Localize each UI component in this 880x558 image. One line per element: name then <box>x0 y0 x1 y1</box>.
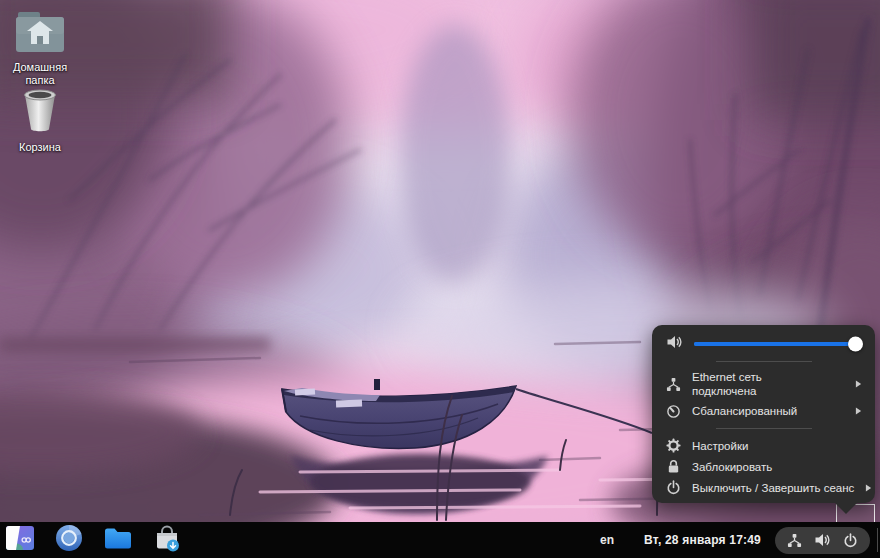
quick-settings-menu: Ethernet сеть подключена Сбалансированны… <box>652 325 875 503</box>
power-profile-icon <box>665 404 681 419</box>
menu-item-label: Ethernet сеть подключена <box>692 370 810 398</box>
volume-slider-thumb[interactable] <box>848 337 863 352</box>
volume-slider-fill <box>694 342 861 346</box>
blue-folder-icon <box>104 527 132 553</box>
app-launcher-button[interactable] <box>5 525 35 555</box>
volume-row <box>652 333 875 355</box>
speaker-icon <box>666 334 683 354</box>
panel-edge-divider <box>877 528 878 552</box>
taskbar: en Вт, 28 января 17:49 <box>0 522 880 558</box>
desktop-icon-label: Домашняя папка <box>0 61 80 87</box>
menu-item-ethernet[interactable]: Ethernet сеть подключена <box>652 368 875 400</box>
menu-item-label: Настройки <box>692 439 748 453</box>
chromium-icon <box>55 524 83 556</box>
menu-item-label: Заблокировать <box>692 460 772 474</box>
software-center-button[interactable] <box>152 525 182 555</box>
gear-icon <box>665 438 681 453</box>
menu-item-power-profile[interactable]: Сбалансированный <box>652 400 875 422</box>
chromium-browser-button[interactable] <box>54 525 84 555</box>
desktop-icon-home-folder[interactable]: Домашняя папка <box>0 10 80 87</box>
speaker-icon[interactable] <box>814 532 831 548</box>
power-icon[interactable] <box>843 533 858 548</box>
submenu-arrow-icon <box>855 379 862 389</box>
home-folder-icon <box>14 10 66 58</box>
launcher-logo-icon <box>6 526 34 554</box>
power-icon <box>665 480 681 495</box>
taskbar-apps <box>0 525 182 555</box>
submenu-arrow-icon <box>855 406 862 416</box>
menu-item-label: Сбалансированный <box>692 404 797 418</box>
menu-divider <box>716 428 812 429</box>
menu-divider <box>716 361 812 362</box>
language-indicator[interactable]: en <box>600 533 614 547</box>
desktop-screen: Домашняя папка Корзина <box>0 0 880 558</box>
menu-pointer-tail <box>835 503 857 514</box>
menu-item-settings[interactable]: Настройки <box>652 435 875 456</box>
file-manager-button[interactable] <box>103 525 133 555</box>
lock-icon <box>665 459 681 474</box>
submenu-arrow-icon <box>865 483 872 493</box>
menu-item-shutdown[interactable]: Выключить / Завершить сеанс <box>652 477 875 498</box>
taskbar-right: en Вт, 28 января 17:49 <box>600 527 880 554</box>
desktop-icon-label: Корзина <box>0 141 80 154</box>
desktop-icon-trash[interactable]: Корзина <box>0 86 80 154</box>
network-nodes-icon <box>665 377 681 392</box>
trash-icon <box>20 86 60 138</box>
menu-item-lock[interactable]: Заблокировать <box>652 456 875 477</box>
network-nodes-icon[interactable] <box>787 533 802 548</box>
software-bag-icon <box>153 525 181 556</box>
clock[interactable]: Вт, 28 января 17:49 <box>644 533 761 547</box>
menu-item-label: Выключить / Завершить сеанс <box>692 481 854 495</box>
volume-slider[interactable] <box>694 342 861 346</box>
system-tray <box>775 527 870 554</box>
